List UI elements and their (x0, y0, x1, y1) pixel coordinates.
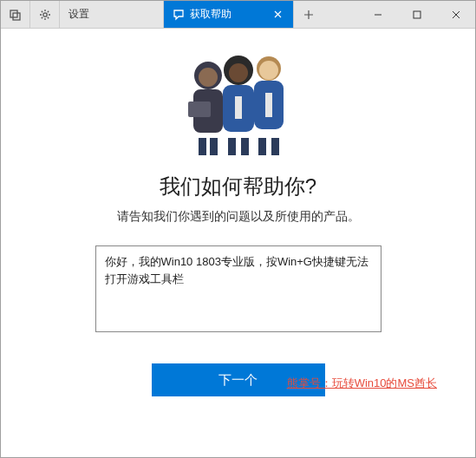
svg-point-11 (229, 63, 248, 82)
close-icon (452, 10, 460, 19)
svg-rect-3 (414, 11, 421, 18)
app-window: 设置 获取帮助 (0, 0, 476, 458)
tab-settings[interactable]: 设置 (60, 1, 164, 28)
svg-point-17 (259, 61, 278, 80)
page-heading: 我们如何帮助你? (160, 173, 316, 200)
svg-rect-0 (10, 10, 17, 17)
main-content: 我们如何帮助你? 请告知我们你遇到的问题以及所使用的产品。 熊掌号：玩转Win1… (1, 29, 475, 457)
titlebar: 设置 获取帮助 (1, 1, 475, 29)
svg-point-2 (42, 12, 46, 16)
svg-rect-19 (265, 93, 272, 117)
gear-icon (39, 9, 51, 21)
titlebar-spacer (323, 1, 358, 28)
svg-rect-14 (228, 138, 236, 155)
svg-rect-15 (241, 138, 249, 155)
plus-icon (303, 10, 314, 20)
tab-label: 获取帮助 (190, 7, 265, 22)
minimize-icon (374, 10, 382, 19)
support-illustration (169, 44, 308, 160)
tab-close-button[interactable] (271, 9, 284, 21)
minimize-button[interactable] (358, 1, 397, 28)
svg-rect-8 (199, 138, 206, 155)
svg-rect-7 (188, 101, 211, 117)
taskview-icon (10, 9, 22, 21)
watermark-text: 熊掌号：玩转Win10的MS酋长 (287, 376, 437, 391)
taskview-button[interactable] (1, 1, 30, 28)
close-icon (274, 10, 282, 18)
svg-rect-21 (271, 138, 279, 155)
problem-input[interactable] (95, 245, 381, 332)
close-window-button[interactable] (436, 1, 475, 28)
chat-icon (173, 9, 185, 21)
page-subheading: 请告知我们你遇到的问题以及所使用的产品。 (117, 209, 360, 225)
new-tab-button[interactable] (294, 1, 323, 28)
tab-label: 设置 (68, 7, 154, 22)
settings-button[interactable] (30, 1, 60, 28)
svg-point-5 (199, 68, 218, 87)
svg-rect-1 (13, 13, 20, 20)
svg-rect-9 (210, 138, 218, 155)
svg-rect-13 (235, 96, 242, 119)
maximize-button[interactable] (397, 1, 436, 28)
tab-gethelp[interactable]: 获取帮助 (164, 1, 294, 28)
svg-rect-20 (258, 138, 266, 155)
maximize-icon (413, 10, 421, 19)
